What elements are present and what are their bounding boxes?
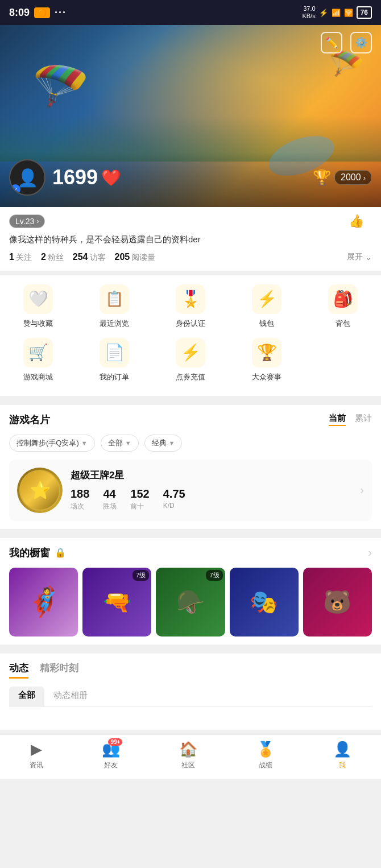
activity-sub-tabs: 全部 动态相册 — [9, 687, 372, 707]
closet-title: 我的橱窗 — [9, 546, 50, 560]
hero-top-icons: ✏️ ⚙️ — [321, 32, 372, 53]
wallet-icon: ⚡ — [252, 284, 281, 314]
nav-item-news[interactable]: ▶ 资讯 — [30, 741, 43, 770]
thumb-up-area[interactable]: 👍 0 — [349, 214, 372, 229]
trophy-icon: 🏆 — [313, 169, 331, 187]
filter-type[interactable]: 经典 ▼ — [144, 435, 183, 452]
filter-mode[interactable]: 控制舞步(手Q安卓) ▼ — [9, 435, 95, 452]
stat-kd: 4.75 K/D — [163, 487, 185, 511]
filter-arrow-3: ▼ — [169, 440, 175, 447]
activity-tabs: 动态 精彩时刻 — [9, 662, 372, 679]
stats-row: 1 关注 2 粉丝 254 访客 205 阅读量 展开 ⌄ — [9, 252, 372, 263]
bluetooth-icon: ⚡ — [319, 9, 328, 17]
sub-tab-all[interactable]: 全部 — [9, 687, 44, 706]
item-badge-1: 7级 — [132, 570, 149, 581]
quick-item-wallet[interactable]: ⚡ 钱包 — [238, 284, 295, 329]
tab-current[interactable]: 当前 — [329, 413, 346, 426]
settings-icon: ⚙️ — [355, 36, 367, 49]
signal-icon: 📶 — [332, 9, 341, 17]
stat-reads[interactable]: 205 阅读量 — [115, 252, 156, 263]
status-dots: ··· — [55, 7, 67, 19]
filter-row: 控制舞步(手Q安卓) ▼ 全部 ▼ 经典 ▼ — [9, 435, 372, 452]
battery-indicator: 76 — [357, 6, 372, 19]
hero-profile-row: 👤 ♂ 1699 ❤️ 🏆 2000 › — [9, 159, 372, 196]
nav-community-icon: 🏠 — [179, 741, 197, 758]
tab-activity[interactable]: 动态 — [9, 662, 28, 679]
nav-me-icon: 👤 — [333, 741, 351, 758]
status-time: 8:09 — [9, 7, 30, 19]
quick-item-browse[interactable]: 📋 最近浏览 — [86, 284, 143, 329]
like-count-area: 1699 ❤️ — [52, 166, 121, 189]
stat-top10: 152 前十 — [130, 487, 149, 511]
divider-3 — [0, 644, 381, 649]
status-right: 37.0KB/s ⚡ 📶 🛜 76 — [302, 5, 372, 20]
stat-fans[interactable]: 2 粉丝 — [41, 252, 64, 263]
quick-item-tournament[interactable]: 🏆 大众赛事 — [238, 338, 295, 382]
stat-following[interactable]: 1 关注 — [9, 252, 32, 263]
closet-header: 我的橱窗 🔒 › — [9, 546, 372, 560]
stats-nums: 188 场次 44 胜场 152 前十 4.75 K/D — [71, 487, 352, 511]
quick-item-orders[interactable]: 📄 我的订单 — [86, 338, 143, 382]
closet-title-row: 我的橱窗 🔒 — [9, 546, 66, 560]
activity-content-space — [0, 707, 381, 730]
stat-games: 188 场次 — [71, 487, 89, 511]
avatar-icon: 👤 — [17, 168, 38, 188]
quick-menu: 🤍 赞与收藏 📋 最近浏览 🎖️ 身份认证 ⚡ 钱包 🎒 背包 🛒 游戏商城 📄… — [0, 275, 381, 396]
rank-emblem-inner: ⭐ — [19, 470, 60, 511]
quick-item-backpack[interactable]: 🎒 背包 — [314, 284, 371, 329]
trophy-area[interactable]: 🏆 2000 › — [313, 169, 372, 187]
closet-item-3[interactable]: 🎭 — [230, 568, 299, 636]
game-stats-row[interactable]: ⭐ 超级王牌2星 188 场次 44 胜场 152 前十 4.75 — [9, 460, 372, 521]
settings-button[interactable]: ⚙️ — [350, 32, 372, 53]
closet-item-1[interactable]: 7级 🔫 — [82, 568, 151, 636]
hero-banner: 🪂 🪂 ✏️ ⚙️ 👤 ♂ 1699 ❤️ 🏆 2000 › — [0, 25, 381, 207]
stat-visitors[interactable]: 254 访客 — [73, 252, 106, 263]
tab-total[interactable]: 累计 — [355, 413, 372, 426]
stat-wins: 44 胜场 — [103, 487, 117, 511]
filter-arrow-1: ▼ — [81, 440, 88, 447]
closet-section: 我的橱窗 🔒 › 🦸 7级 🔫 7级 🪖 🎭 🐻 — [0, 538, 381, 644]
activity-section: 动态 精彩时刻 全部 动态相册 — [0, 654, 381, 707]
tournament-icon: 🏆 — [252, 338, 281, 367]
orders-icon: 📄 — [100, 338, 129, 367]
closet-chevron-icon[interactable]: › — [368, 546, 372, 559]
game-card-tabs: 当前 累计 — [329, 413, 372, 426]
closet-item-0[interactable]: 🦸 — [9, 568, 78, 636]
closet-item-2[interactable]: 7级 🪖 — [156, 568, 225, 636]
divider-2 — [0, 529, 381, 534]
quick-menu-row-1: 🤍 赞与收藏 📋 最近浏览 🎖️ 身份认证 ⚡ 钱包 🎒 背包 — [0, 284, 381, 329]
gender-icon: ♂ — [10, 184, 20, 195]
parachute-character: 🪂 — [30, 55, 96, 117]
expand-button[interactable]: 展开 ⌄ — [347, 252, 372, 262]
quick-item-store[interactable]: 🛒 游戏商城 — [10, 338, 67, 382]
quick-item-topup[interactable]: ⚡ 点券充值 — [162, 338, 219, 382]
level-badge[interactable]: Lv.23 › — [9, 214, 45, 228]
level-row: Lv.23 › 👍 0 — [9, 214, 372, 229]
nav-item-friends[interactable]: 👥 99+ 好友 — [102, 741, 120, 770]
nav-item-community[interactable]: 🏠 社区 — [179, 741, 197, 770]
closet-item-4[interactable]: 🐻 — [303, 568, 372, 636]
heart-icon: ❤️ — [101, 168, 121, 187]
quick-item-likes[interactable]: 🤍 赞与收藏 — [10, 284, 67, 329]
sub-tab-album[interactable]: 动态相册 — [44, 687, 97, 706]
nav-item-records[interactable]: 🏅 战绩 — [256, 741, 275, 770]
rank-name: 超级王牌2星 — [71, 469, 352, 482]
tab-highlights[interactable]: 精彩时刻 — [40, 662, 78, 679]
filter-scope[interactable]: 全部 ▼ — [101, 435, 139, 452]
edit-button[interactable]: ✏️ — [321, 32, 342, 53]
status-bar: 8:09 🟠 ··· 37.0KB/s ⚡ 📶 🛜 76 — [0, 0, 381, 25]
game-stats-info: 超级王牌2星 188 场次 44 胜场 152 前十 4.75 K/D — [71, 469, 352, 511]
hero-bottom: 👤 ♂ 1699 ❤️ 🏆 2000 › — [0, 152, 381, 207]
chevron-right-icon: › — [360, 483, 364, 497]
nav-records-icon: 🏅 — [256, 741, 275, 758]
avatar[interactable]: 👤 ♂ — [9, 159, 45, 196]
bio-text: 像我这样的特种兵，是不会轻易透露自己的资料der — [9, 233, 372, 246]
quick-item-identity[interactable]: 🎖️ 身份认证 — [162, 284, 219, 329]
notification-icon: 🟠 — [34, 7, 50, 18]
nav-news-icon: ▶ — [31, 741, 42, 758]
closet-items: 🦸 7级 🔫 7级 🪖 🎭 🐻 — [9, 568, 372, 636]
nav-item-me[interactable]: 👤 我 — [333, 741, 351, 770]
identity-icon: 🎖️ — [176, 284, 205, 314]
browse-icon: 📋 — [100, 284, 129, 314]
thumb-up-icon: 👍 — [349, 214, 364, 229]
